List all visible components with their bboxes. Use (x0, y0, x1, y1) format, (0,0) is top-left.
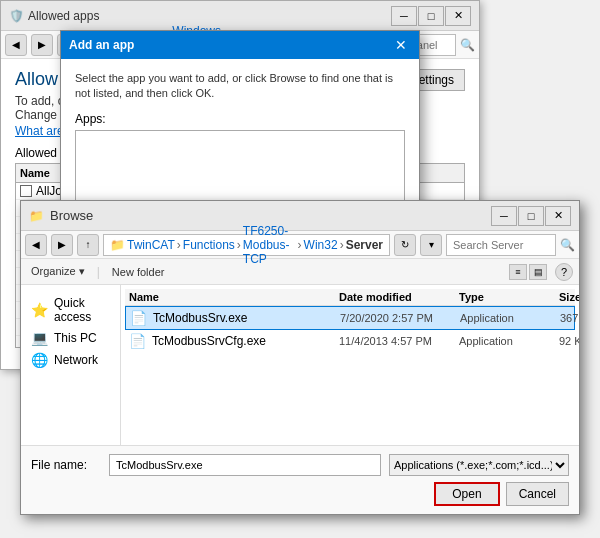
sidebar-label-quick-access: Quick access (54, 296, 110, 324)
bc-server[interactable]: Server (346, 238, 383, 252)
browse-search-icon: 🔍 (560, 238, 575, 252)
organize-button[interactable]: Organize ▾ (27, 263, 89, 280)
refresh-button[interactable]: ↻ (394, 234, 416, 256)
browse-folder-icon: 📁 (29, 209, 44, 223)
search-icon: 🔍 (460, 38, 475, 52)
dialog-close-button[interactable]: ✕ (391, 35, 411, 55)
forward-button[interactable]: ▶ (31, 34, 53, 56)
file-icon-srvcfg: 📄 (129, 333, 146, 349)
open-button[interactable]: Open (434, 482, 499, 506)
file-type-srvcfg: Application (459, 335, 559, 347)
sidebar-item-network[interactable]: 🌐 Network (25, 349, 116, 371)
view-list-button[interactable]: ≡ (509, 264, 527, 280)
browse-main: Name Date modified Type Size 📄 TcModbusS… (121, 285, 579, 445)
col-date[interactable]: Date modified (339, 291, 459, 303)
col-name[interactable]: Name (129, 291, 339, 303)
sidebar-item-quick-access[interactable]: ⭐ Quick access (25, 293, 116, 327)
col-size[interactable]: Size (559, 291, 579, 303)
file-list-header: Name Date modified Type Size (125, 289, 575, 306)
file-row-modbus-srvcfg[interactable]: 📄 TcModbusSrvCfg.exe 11/4/2013 4:57 PM A… (125, 330, 575, 352)
col-type[interactable]: Type (459, 291, 559, 303)
checkbox[interactable] (20, 185, 32, 197)
file-size-srvcfg: 92 KB (559, 335, 579, 347)
breadcrumb-icon: 📁 (110, 238, 125, 252)
browse-titlebar: 📁 Browse ─ □ ✕ (21, 201, 579, 231)
browse-footer: File name: Applications (*.exe;*.com;*.i… (21, 445, 579, 514)
maximize-button[interactable]: □ (418, 6, 444, 26)
filename-label: File name: (31, 458, 101, 472)
dialog-titlebar: Add an app ✕ (61, 31, 419, 59)
minimize-button[interactable]: ─ (391, 6, 417, 26)
network-icon: 🌐 (31, 352, 48, 368)
new-folder-button[interactable]: New folder (108, 264, 169, 280)
browse-sidebar: ⭐ Quick access 💻 This PC 🌐 Network (21, 285, 121, 445)
browse-search-input[interactable] (446, 234, 556, 256)
file-size-srv: 367 KB (560, 312, 579, 324)
browse-body: ⭐ Quick access 💻 This PC 🌐 Network Name … (21, 285, 579, 445)
close-button[interactable]: ✕ (445, 6, 471, 26)
browse-cancel-button[interactable]: Cancel (506, 482, 569, 506)
browse-up-button[interactable]: ↑ (77, 234, 99, 256)
dropdown-button[interactable]: ▾ (420, 234, 442, 256)
file-type-srv: Application (460, 312, 560, 324)
browse-breadcrumb: 📁 TwinCAT › Functions › TF6250-Modbus-TC… (103, 234, 390, 256)
sidebar-item-this-pc[interactable]: 💻 This PC (25, 327, 116, 349)
help-button[interactable]: ? (555, 263, 573, 281)
browse-minimize-button[interactable]: ─ (491, 206, 517, 226)
file-row-modbus-srv[interactable]: 📄 TcModbusSrv.exe 7/20/2020 2:57 PM Appl… (125, 306, 575, 330)
browse-toolbar: Organize ▾ | New folder ≡ ▤ ? (21, 259, 579, 285)
file-date-srvcfg: 11/4/2013 4:57 PM (339, 335, 459, 347)
dialog-title: Add an app (69, 38, 134, 52)
quick-access-icon: ⭐ (31, 302, 48, 318)
bc-win32[interactable]: Win32 (304, 238, 338, 252)
sidebar-label-network: Network (54, 353, 98, 367)
filetype-select[interactable]: Applications (*.exe;*.com;*.icd...) (389, 454, 569, 476)
sidebar-label-this-pc: This PC (54, 331, 97, 345)
browse-maximize-button[interactable]: □ (518, 206, 544, 226)
bc-functions[interactable]: Functions (183, 238, 235, 252)
browse-forward-button[interactable]: ▶ (51, 234, 73, 256)
file-date-srv: 7/20/2020 2:57 PM (340, 312, 460, 324)
back-button[interactable]: ◀ (5, 34, 27, 56)
view-details-button[interactable]: ▤ (529, 264, 547, 280)
main-window-title: Allowed apps (28, 9, 99, 23)
browse-window: 📁 Browse ─ □ ✕ ◀ ▶ ↑ 📁 TwinCAT › Functio… (20, 200, 580, 515)
filename-input[interactable] (109, 454, 381, 476)
filename-row: File name: Applications (*.exe;*.com;*.i… (31, 454, 569, 476)
this-pc-icon: 💻 (31, 330, 48, 346)
filename-srvcfg: TcModbusSrvCfg.exe (152, 334, 266, 348)
dialog-desc: Select the app you want to add, or click… (75, 71, 405, 102)
browse-close-button[interactable]: ✕ (545, 206, 571, 226)
browse-address-bar: ◀ ▶ ↑ 📁 TwinCAT › Functions › TF6250-Mod… (21, 231, 579, 259)
bc-modbus[interactable]: TF6250-Modbus-TCP (243, 224, 296, 266)
browse-title: Browse (50, 208, 93, 223)
bc-twincat[interactable]: TwinCAT (127, 238, 175, 252)
browse-footer-buttons: Open Cancel (31, 482, 569, 506)
browse-back-button[interactable]: ◀ (25, 234, 47, 256)
file-icon-srv: 📄 (130, 310, 147, 326)
main-window-icon: 🛡️ (9, 9, 24, 23)
filename-srv: TcModbusSrv.exe (153, 311, 247, 325)
apps-label: Apps: (75, 112, 405, 126)
